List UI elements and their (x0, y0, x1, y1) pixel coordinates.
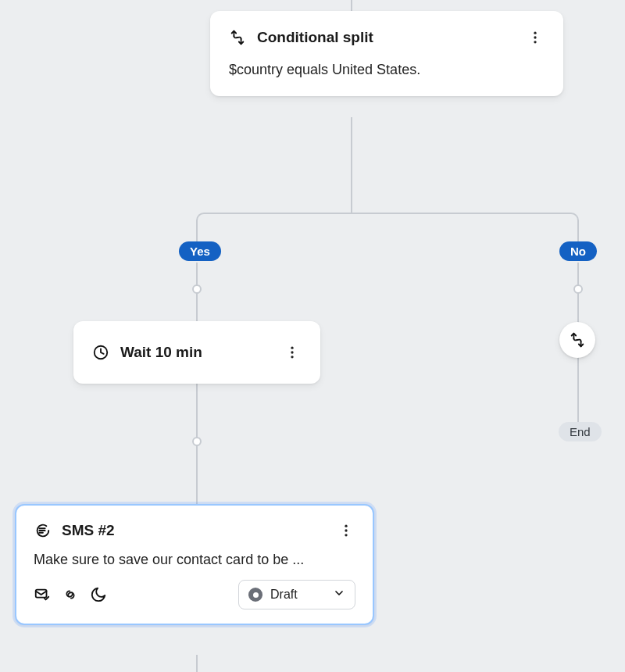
card-header: Conditional split (229, 28, 545, 47)
svg-point-5 (291, 351, 293, 353)
more-icon[interactable] (283, 343, 302, 362)
flow-node-dot (192, 284, 202, 294)
svg-point-8 (345, 529, 347, 531)
card-title: Conditional split (257, 29, 373, 46)
branch-pill-yes: Yes (179, 241, 221, 261)
more-icon[interactable] (526, 28, 545, 47)
status-dot-icon (248, 588, 262, 602)
wait-card[interactable]: Wait 10 min (73, 321, 320, 384)
branch-pill-no: No (559, 241, 597, 261)
svg-point-6 (291, 356, 293, 358)
sms-preview-text: Make sure to save our contact card to be… (34, 551, 355, 569)
connector-corner (568, 213, 579, 223)
more-icon[interactable] (337, 521, 355, 540)
card-title: SMS #2 (62, 522, 115, 539)
svg-point-9 (345, 534, 347, 536)
connector (196, 223, 198, 244)
sms-icon (34, 522, 51, 539)
sms-card[interactable]: SMS #2 Make sure to save our contact car… (15, 504, 374, 625)
svg-point-2 (534, 41, 536, 43)
connector-corner (196, 213, 207, 223)
sms-footer: Draft (34, 580, 355, 609)
connector (196, 655, 198, 672)
svg-point-0 (534, 32, 536, 34)
flow-node-dot (192, 437, 202, 446)
connector (351, 0, 352, 11)
branch-end-pill: End (559, 422, 602, 441)
connector (577, 223, 579, 244)
envelope-check-icon[interactable] (34, 586, 51, 603)
svg-point-7 (345, 525, 347, 527)
split-icon (229, 29, 246, 46)
split-condition-text: $country equals United States. (229, 61, 545, 79)
svg-rect-10 (36, 590, 47, 598)
chevron-down-icon (333, 587, 345, 602)
status-select[interactable]: Draft (238, 580, 355, 609)
split-node-button[interactable] (559, 322, 595, 358)
status-label: Draft (270, 588, 298, 602)
conditional-split-card[interactable]: Conditional split $country equals United… (210, 11, 563, 96)
connector (577, 356, 579, 424)
card-header: SMS #2 (34, 521, 355, 540)
svg-point-1 (534, 36, 536, 38)
connector (351, 117, 352, 213)
connector (206, 213, 570, 214)
svg-point-4 (291, 347, 293, 349)
quiet-hours-icon[interactable] (90, 586, 107, 603)
card-title: Wait 10 min (120, 344, 202, 361)
flow-node-dot (573, 284, 583, 294)
clock-icon (92, 344, 109, 361)
attachment-icon[interactable] (62, 586, 79, 603)
